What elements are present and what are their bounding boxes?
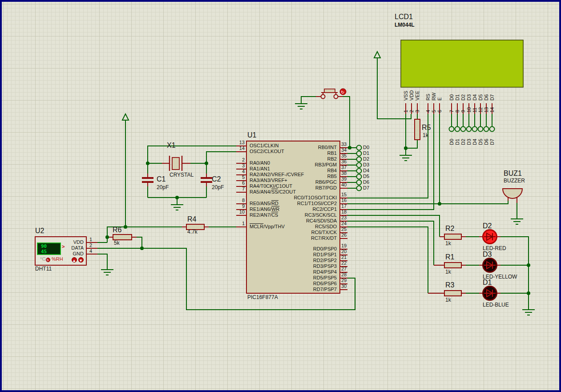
lcd-pin-number: 12 <box>478 107 484 113</box>
bus-terminal-label: D2 <box>460 139 466 145</box>
u1-pin-number: 28 <box>341 272 347 278</box>
lcd-pin-number: 2 <box>409 110 415 113</box>
u1-pin-label: RC4/SDI/SDA <box>268 218 337 224</box>
u1-pin-label: RB1 <box>268 150 337 156</box>
u1-pin-label: RC1/T1OSI/CCP2 <box>268 201 337 206</box>
u1-pin-number: 5 <box>224 174 245 180</box>
bus-terminal-label: D7 <box>489 139 495 145</box>
u1-pin-label: RD2/PSP2 <box>268 258 337 263</box>
lcd-pin-number: 13 <box>484 107 489 113</box>
rb-bus-terminals[interactable] <box>357 145 362 191</box>
r1-value: 1k <box>445 269 451 275</box>
u1-pin-number: 38 <box>341 170 347 176</box>
u1-pin-number: 21 <box>341 255 347 260</box>
dht11-pin-name: GND <box>55 251 84 257</box>
u1-pin-label: RD5/PSP5 <box>268 275 337 281</box>
u1-pin-number: 27 <box>341 266 347 272</box>
lcd-pin-number: 7 <box>449 110 455 113</box>
u1-pin-number: 14 <box>224 145 245 151</box>
power-terminals <box>122 52 380 120</box>
schematic-grid-canvas[interactable]: ▲ ▼ ↻ ↻ <box>0 0 561 392</box>
resistor-r3[interactable] <box>444 291 461 296</box>
lcd-pin-name: RW <box>431 93 437 101</box>
u1-pin-label: RB0/INT <box>268 145 337 150</box>
lcd-pin-name: D3 <box>466 94 472 101</box>
u1-pin-number: 33 <box>341 141 347 147</box>
u1-pin-label: RC2/CCP1 <box>268 206 337 212</box>
power-arrow-lcd <box>374 52 380 58</box>
bus-terminal-label: D0 <box>363 145 369 150</box>
x1-ref: X1 <box>167 141 176 149</box>
c1-ref: C1 <box>157 175 165 183</box>
lcd-pin-name: D6 <box>484 94 489 101</box>
d2-ref: D2 <box>483 222 492 230</box>
u1-pin-label: RC5/SDO <box>268 224 337 230</box>
r6-value: 5k <box>114 240 120 246</box>
resistor-r6[interactable] <box>113 234 132 240</box>
bus-terminal-label: D5 <box>478 139 484 145</box>
lcd-bus-terminals[interactable] <box>449 127 495 132</box>
dht11-pin-number: 1 <box>89 237 92 242</box>
capacitor-plates[interactable] <box>142 178 212 182</box>
lcd-pin-name: VEE <box>415 91 420 101</box>
resistor-r1[interactable] <box>444 263 461 268</box>
u1-pin-number: 20 <box>341 249 347 255</box>
u1-model: PIC16F877A <box>247 295 278 300</box>
led-d1-blue[interactable] <box>483 287 497 300</box>
u1-pin-number: 39 <box>341 176 347 182</box>
u1-pin-number: 3 <box>224 163 245 169</box>
lcd-pin-name: VSS <box>403 91 409 101</box>
lcd-pin-number: 9 <box>460 110 466 113</box>
push-button[interactable]: ↻ <box>321 89 347 99</box>
u1-pin-number: 6 <box>224 180 245 186</box>
buzzer-body[interactable] <box>503 189 522 198</box>
u1-pin-label: RD7/PSP7 <box>268 287 337 292</box>
dht11-pin-number: 4 <box>89 248 92 254</box>
u1-ref: U1 <box>247 131 256 139</box>
u1-pin-number: 4 <box>224 169 245 174</box>
buz1-ref: BUZ1 <box>504 170 522 177</box>
led-d3-yellow[interactable] <box>483 259 497 272</box>
lcd-pin-number: 1 <box>403 110 409 113</box>
bus-terminal-label: D3 <box>466 139 472 145</box>
r5-value: 1k <box>423 133 428 138</box>
proteus-schematic-sheet: ▲ ▼ ↻ ↻ <box>0 0 561 392</box>
u1-pin-label: RC7/RX/DT <box>268 235 337 241</box>
r1-ref: R1 <box>445 253 454 261</box>
r4-value: 4.7k <box>187 229 198 235</box>
rotate-arrow-icon: ↻ <box>47 259 49 262</box>
dht11-pin-name: DATA <box>55 245 84 251</box>
dht11-celsius-label: °C <box>40 256 45 262</box>
bus-terminal-label: D1 <box>363 150 369 156</box>
actuator-arrow-icon: ↻ <box>341 90 344 95</box>
u1-pin-number: 25 <box>341 226 347 232</box>
u1-pin-number: 16 <box>341 198 347 203</box>
u1-pin-number: 13 <box>224 140 245 145</box>
u1-pin-number: 34 <box>341 147 347 153</box>
lcd-pin-number: 5 <box>431 110 437 113</box>
c2-ref: C2 <box>212 175 221 183</box>
u1-pin-number: 19 <box>341 243 347 249</box>
bus-terminal-label: D7 <box>363 185 369 191</box>
lcd-screen[interactable] <box>401 40 523 87</box>
x1-model: CRYSTAL <box>170 172 194 178</box>
power-arrow-left <box>122 114 129 120</box>
u1-pin-number: 35 <box>341 153 347 159</box>
u1-pin-number: 18 <box>341 209 347 215</box>
resistor-r5[interactable] <box>415 119 420 140</box>
lcd-pin-name: D7 <box>489 94 495 101</box>
lcd-pin-number: 8 <box>455 110 460 113</box>
bus-terminal-label: D5 <box>363 174 369 179</box>
resistor-r2[interactable] <box>444 234 461 239</box>
r3-value: 1k <box>445 297 451 303</box>
u1-pin-label: RB6/PGC <box>268 179 337 185</box>
bus-terminal-label: D1 <box>455 139 460 145</box>
d1-model: LED-BLUE <box>483 302 509 308</box>
lcd-pin-number: 4 <box>425 110 431 113</box>
crystal-x1[interactable] <box>170 156 182 171</box>
u1-pin-label: RB2 <box>268 156 337 162</box>
led-d2-red[interactable] <box>483 230 497 244</box>
bus-terminal-label: D0 <box>449 139 455 145</box>
lcd-pin-name: D5 <box>478 94 484 101</box>
lcd-pin-number: 6 <box>437 110 443 113</box>
